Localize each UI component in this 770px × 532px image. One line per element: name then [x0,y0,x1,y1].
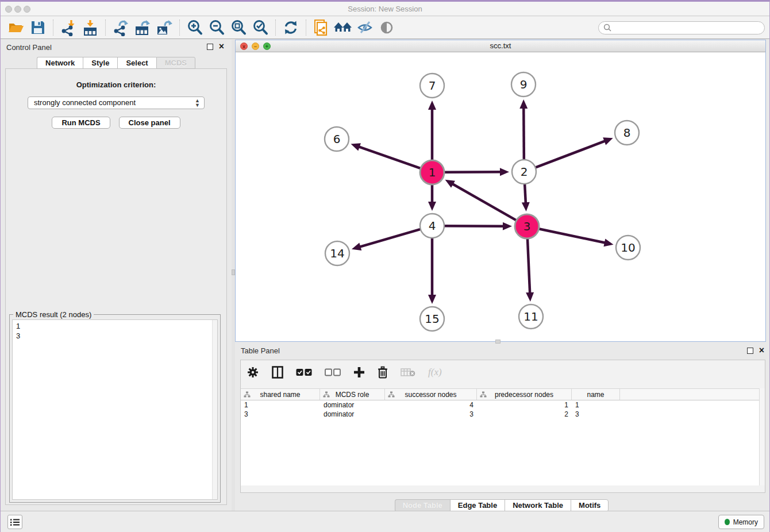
zoom-out-icon[interactable] [207,18,226,37]
memory-label: Memory [733,518,758,526]
optimization-criterion-select[interactable]: strongly connected component ▲▼ [28,97,205,109]
search-icon [603,24,612,32]
network-close-icon[interactable]: x [240,43,248,50]
export-image-icon[interactable] [155,18,174,37]
open-session-icon[interactable] [6,18,26,37]
node-label-3: 3 [523,219,531,233]
zoom-selected-icon[interactable] [251,18,270,37]
column-header-MCDS-role[interactable]: MCDS role [320,389,385,400]
tab-motifs[interactable]: Motifs [571,499,609,512]
edge-1-2[interactable] [444,172,501,172]
hide-network-icon[interactable] [355,18,375,37]
table-row[interactable]: 3dominator323 [241,410,759,419]
export-network-icon[interactable] [111,18,130,37]
edge-4-3[interactable] [444,226,504,226]
search-box[interactable] [598,21,765,34]
save-session-icon[interactable] [28,18,48,37]
deselect-all-columns-icon[interactable] [325,368,341,376]
application-window: Session: New Session [0,0,770,532]
edge-arrowhead [522,202,530,211]
delete-column-trash-icon[interactable] [378,366,388,379]
open-network-file-icon[interactable] [311,18,331,37]
edge-4-14[interactable] [359,229,420,247]
show-graphics-icon[interactable] [377,18,396,37]
float-table-panel-icon[interactable] [747,348,753,354]
network-window-titlebar[interactable]: x − + scc.txt [236,40,765,52]
function-builder-icon: f(x) [428,367,442,378]
edge-3-11[interactable] [528,238,530,294]
edge-2-8[interactable] [536,141,606,167]
select-all-columns-icon[interactable] [296,368,312,376]
table-panel: Table Panel × [233,344,770,512]
tab-node-table[interactable]: Node Table [395,499,450,512]
control-panel-tabs: NetworkStyleSelectMCDS [1,57,232,69]
table-cell[interactable]: 3 [385,410,477,419]
column-header-predecessor-nodes[interactable]: predecessor nodes [477,389,572,400]
table-cell[interactable]: 1 [572,400,620,410]
table-cell[interactable]: 1 [477,400,572,410]
table-cell[interactable]: dominator [320,410,385,419]
node-label-15: 15 [425,312,439,326]
network-canvas[interactable]: 1234678910111415 [236,52,765,341]
table-row[interactable]: 1dominator411 [241,400,759,410]
table-cell[interactable]: 3 [241,410,320,419]
memory-button[interactable]: Memory [718,515,764,529]
window-title: Session: New Session [1,2,769,16]
task-history-button[interactable] [7,515,22,529]
close-panel-icon[interactable]: × [219,41,224,52]
tab-edge-table[interactable]: Edge Table [450,499,505,512]
tab-network[interactable]: Network [37,57,83,69]
column-header-name[interactable]: name [572,389,620,400]
tab-select[interactable]: Select [117,57,156,69]
network-graph[interactable]: 1234678910111415 [236,52,765,341]
table-scrollbar[interactable] [759,388,765,485]
table-cell[interactable]: 3 [572,410,620,419]
run-mcds-button[interactable]: Run MCDS [52,117,110,129]
column-header-shared-name[interactable]: shared name [241,389,320,400]
node-table[interactable]: shared nameMCDS rolesuccessor nodesprede… [241,388,759,485]
tab-network-table[interactable]: Network Table [505,499,571,512]
edge-2-9[interactable] [523,107,524,160]
table-cell[interactable]: 2 [477,410,572,419]
dropdown-stepper-icon: ▲▼ [195,98,200,107]
table-cell[interactable]: 1 [241,400,320,410]
close-table-panel-icon[interactable]: × [759,345,764,356]
edge-3-10[interactable] [539,229,606,242]
minimize-window-button[interactable] [14,6,21,13]
close-panel-button[interactable]: Close panel [119,117,180,129]
table-cell[interactable]: 4 [385,400,477,410]
zoom-in-icon[interactable] [185,18,205,37]
node-label-8: 8 [623,126,631,140]
result-scrollbar[interactable] [212,320,217,499]
edge-arrowhead [603,137,613,145]
show-column-panel-icon[interactable] [272,366,283,379]
table-settings-gear-icon[interactable] [247,366,259,379]
maximize-window-button[interactable] [24,6,30,13]
import-network-icon[interactable] [59,18,78,37]
zoom-fit-icon[interactable] [229,18,248,37]
edge-2-3[interactable] [525,184,526,203]
export-table-icon[interactable] [133,18,152,37]
network-minimize-icon[interactable]: − [252,43,259,50]
network-maximize-icon[interactable]: + [263,43,271,50]
float-panel-icon[interactable] [207,44,213,50]
status-bar: Memory [1,511,769,532]
cyndex-home-icon[interactable] [333,18,353,37]
import-table-icon[interactable] [80,18,100,37]
tab-mcds[interactable]: MCDS [156,57,195,69]
close-window-button[interactable] [5,6,12,13]
search-input[interactable] [615,24,760,32]
edge-3-1[interactable] [452,184,517,221]
mcds-tab-content: Optimization criterion: strongly connect… [5,68,227,505]
refresh-view-icon[interactable] [281,18,301,37]
table-cell[interactable]: dominator [320,400,385,410]
create-column-plus-icon[interactable] [353,367,365,378]
column-header-successor-nodes[interactable]: successor nodes [385,389,477,400]
mcds-result-fieldset: MCDS result (2 nodes) 1 3 [9,314,221,503]
mcds-result-text[interactable]: 1 3 [12,319,218,500]
toolbar-separator [275,20,276,36]
network-splitter-handle[interactable] [495,340,500,344]
tab-style[interactable]: Style [83,57,117,69]
edge-1-6[interactable] [359,147,421,168]
table-panel-title: Table Panel [241,346,280,355]
